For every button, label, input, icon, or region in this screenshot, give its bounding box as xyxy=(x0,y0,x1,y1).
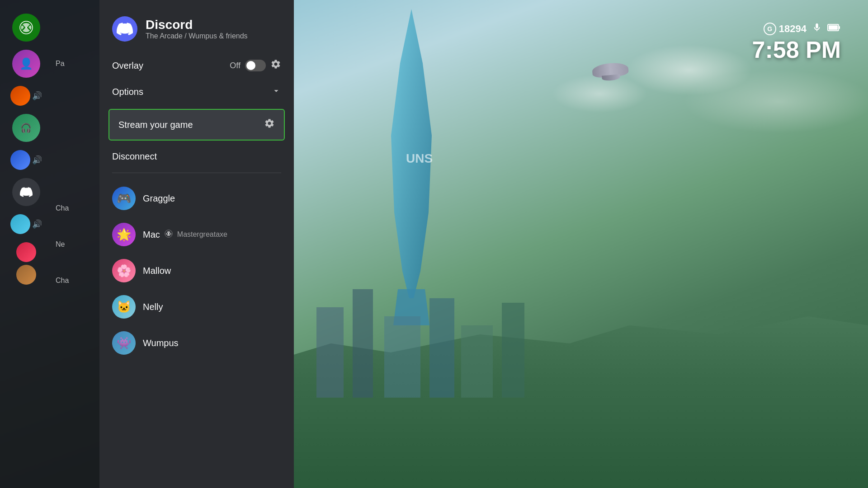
overlay-state: Off xyxy=(230,61,241,70)
sidebar-labels-column: Pa Cha Ne Cha xyxy=(52,0,99,488)
left-sidebar: 👤 🔊 🎧 🔊 🔊 xyxy=(0,0,99,488)
sidebar-icons-column: 👤 🔊 🎧 🔊 🔊 xyxy=(0,0,52,488)
discord-logo xyxy=(112,16,137,42)
sidebar-avatar-4 xyxy=(16,242,36,262)
sidebar-avatar-row-2: 🔊 xyxy=(10,150,42,170)
svg-rect-4 xyxy=(429,298,454,398)
friend-info-graggle: Graggle xyxy=(143,193,175,204)
stream-label: Stream your game xyxy=(118,120,264,130)
svg-text:UNS: UNS xyxy=(406,151,433,165)
disconnect-label: Disconnect xyxy=(112,151,157,161)
friend-info-mac: Mac Mastergreataxe xyxy=(143,230,227,240)
svg-rect-1 xyxy=(316,307,344,398)
g-letter: G xyxy=(767,25,772,33)
friend-item-mallow[interactable]: Mallow xyxy=(99,253,294,289)
sidebar-avatar-2 xyxy=(10,150,30,170)
sidebar-item-profile-2[interactable]: 🎧 xyxy=(12,114,40,142)
sidebar-text-cha2: Cha xyxy=(56,277,69,285)
svg-rect-6 xyxy=(502,303,524,398)
friend-name-mallow: Mallow xyxy=(143,266,171,276)
stream-settings-icon[interactable] xyxy=(264,118,275,131)
gamerscore-value: 18294 xyxy=(779,23,807,35)
sidebar-volume-row-1: 🔊 xyxy=(10,86,42,106)
svg-rect-5 xyxy=(461,325,493,398)
friends-list: Graggle Mac Mastergreataxe xyxy=(99,177,294,488)
friend-avatar-wumpus xyxy=(112,331,136,355)
overlay-toggle[interactable] xyxy=(245,60,266,71)
overlay-settings-icon[interactable] xyxy=(270,59,281,72)
friend-info-wumpus: Wumpus xyxy=(143,338,179,348)
friend-name-wumpus: Wumpus xyxy=(143,338,179,348)
sidebar-item-profile[interactable]: 👤 xyxy=(12,50,40,78)
friend-avatar-graggle xyxy=(112,187,136,210)
clock-time: 7:58 PM xyxy=(752,37,841,63)
friend-item-nelly[interactable]: Nelly xyxy=(99,289,294,325)
discord-subtitle: The Arcade / Wumpus & friends xyxy=(146,32,248,40)
sidebar-label-cha2: Cha xyxy=(56,267,99,295)
friend-name-graggle: Graggle xyxy=(143,193,175,204)
sidebar-text-cha1: Cha xyxy=(56,204,69,212)
svg-rect-3 xyxy=(384,316,420,398)
svg-rect-2 xyxy=(353,289,373,398)
status-bar: G 18294 xyxy=(764,23,841,35)
options-chevron-icon xyxy=(271,86,281,98)
sidebar-label-ne: Ne xyxy=(56,230,99,258)
volume-icon-1: 🔊 xyxy=(32,91,42,101)
sidebar-avatar-5 xyxy=(16,265,36,285)
sidebar-label-spacer-2 xyxy=(56,86,99,114)
volume-icon-2: 🔊 xyxy=(32,155,42,165)
disconnect-row[interactable]: Disconnect xyxy=(99,144,294,169)
sidebar-item-discord[interactable] xyxy=(12,178,40,206)
sidebar-avatar-row-3: 🔊 xyxy=(10,214,42,234)
friend-avatar-mallow xyxy=(112,259,136,282)
sidebar-label-cha1: Cha xyxy=(56,194,99,222)
options-row[interactable]: Options xyxy=(99,79,294,105)
svg-rect-9 xyxy=(829,25,838,30)
friend-info-mallow: Mallow xyxy=(143,266,171,276)
discord-title: Discord xyxy=(146,18,248,32)
battery-icon xyxy=(827,23,841,35)
microphone-icon xyxy=(812,23,822,35)
xbox-g-icon: G xyxy=(764,23,776,35)
sidebar-label-spacer-1 xyxy=(56,14,99,42)
sidebar-avatar-group xyxy=(16,242,36,285)
overlay-row: Overlay Off xyxy=(99,52,294,79)
stream-game-button[interactable]: Stream your game xyxy=(108,109,285,141)
friend-avatar-mac xyxy=(112,223,136,246)
sidebar-text-ne: Ne xyxy=(56,240,65,249)
discord-header-text: Discord The Arcade / Wumpus & friends xyxy=(146,18,248,40)
sidebar-text-pa: Pa xyxy=(56,60,65,68)
gamerscore-display: G 18294 xyxy=(764,23,807,35)
overlay-label: Overlay xyxy=(112,61,225,71)
friend-item-wumpus[interactable]: Wumpus xyxy=(99,325,294,361)
friend-item-graggle[interactable]: Graggle xyxy=(99,180,294,216)
sidebar-item-xbox[interactable] xyxy=(12,14,40,42)
xbox-platform-icon xyxy=(165,230,173,239)
sidebar-avatar-1 xyxy=(10,86,30,106)
friend-info-nelly: Nelly xyxy=(143,302,163,312)
svg-rect-8 xyxy=(839,26,840,29)
clock-display: 7:58 PM xyxy=(752,36,841,63)
options-label: Options xyxy=(112,87,271,97)
friend-item-mac[interactable]: Mac Mastergreataxe xyxy=(99,216,294,253)
discord-panel: Discord The Arcade / Wumpus & friends Ov… xyxy=(99,0,294,488)
friend-gamertag-mac: Mastergreataxe xyxy=(177,230,227,239)
sidebar-label-pa: Pa xyxy=(56,50,99,78)
sidebar-label-spacer-3 xyxy=(56,158,99,186)
friend-avatar-nelly xyxy=(112,295,136,319)
buildings xyxy=(294,262,565,398)
discord-header: Discord The Arcade / Wumpus & friends xyxy=(99,0,294,52)
sidebar-label-headset xyxy=(56,122,99,150)
volume-icon-3: 🔊 xyxy=(32,219,42,229)
friend-name-nelly: Nelly xyxy=(143,302,163,312)
sidebar-avatar-3 xyxy=(10,214,30,234)
divider-line xyxy=(112,173,281,173)
friend-name-mac: Mac xyxy=(143,230,160,240)
